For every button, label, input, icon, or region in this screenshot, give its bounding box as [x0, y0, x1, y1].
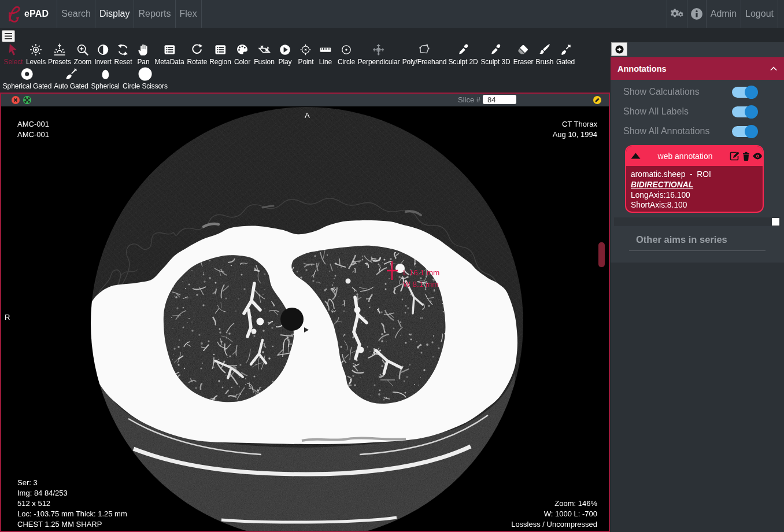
- svg-text:W 8.1 mm: W 8.1 mm: [403, 280, 439, 289]
- svg-text:L 16.1 mm: L 16.1 mm: [403, 268, 439, 277]
